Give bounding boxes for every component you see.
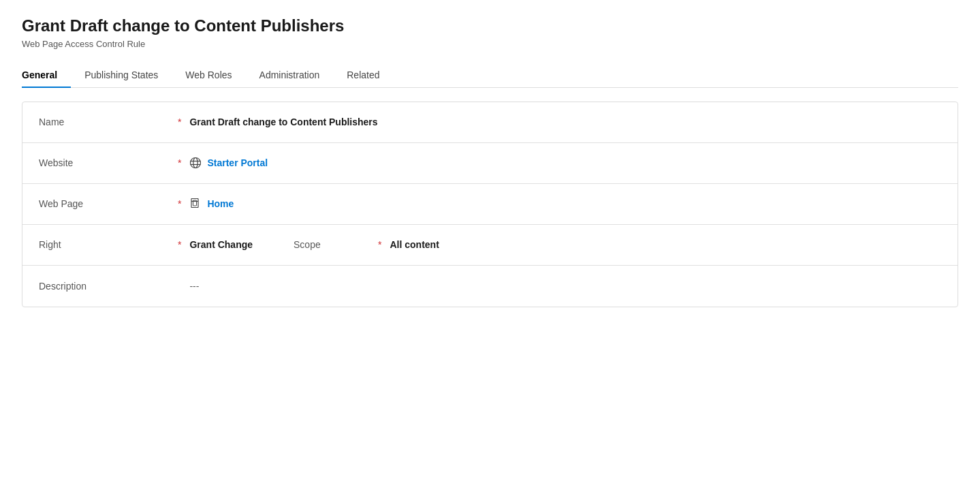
svg-rect-4 [191,199,198,208]
form-card: Name * Grant Draft change to Content Pub… [22,102,958,307]
tab-general[interactable]: General [22,63,71,87]
right-required: * [178,239,181,250]
right-row: Right * Grant Change Scope * All content [22,225,958,266]
tab-administration[interactable]: Administration [246,63,334,87]
website-link-text: Starter Portal [207,157,268,168]
page-subtitle: Web Page Access Control Rule [22,39,958,49]
website-value[interactable]: Starter Portal [189,157,268,169]
description-value: --- [189,281,199,292]
website-label: Website [39,157,175,168]
webpage-required: * [178,198,181,209]
tab-web-roles[interactable]: Web Roles [172,63,245,87]
scope-value: All content [390,239,439,250]
tabs-nav: General Publishing States Web Roles Admi… [22,63,958,88]
website-required: * [178,157,181,168]
right-label: Right [39,239,175,250]
tab-related[interactable]: Related [333,63,393,87]
right-value: Grant Change [189,239,253,250]
scope-group: Scope * All content [294,239,439,250]
name-label: Name [39,117,175,127]
right-row-content: Grant Change Scope * All content [189,239,941,250]
name-row: Name * Grant Draft change to Content Pub… [22,102,958,143]
name-required: * [178,117,181,127]
webpage-row: Web Page * Home [22,184,958,225]
page-icon [189,198,202,210]
globe-icon [189,157,202,169]
svg-point-0 [191,158,201,168]
website-row: Website * Starter Portal [22,143,958,184]
svg-point-1 [193,158,197,168]
description-label: Description [39,281,175,292]
tab-publishing-states[interactable]: Publishing States [71,63,172,87]
page-title: Grant Draft change to Content Publishers [22,16,958,36]
webpage-value[interactable]: Home [189,198,234,210]
scope-label: Scope [294,239,375,250]
webpage-label: Web Page [39,198,175,209]
scope-required: * [378,239,381,250]
description-row: Description * --- [22,266,958,307]
name-value: Grant Draft change to Content Publishers [189,117,377,127]
webpage-link-text: Home [207,198,234,209]
